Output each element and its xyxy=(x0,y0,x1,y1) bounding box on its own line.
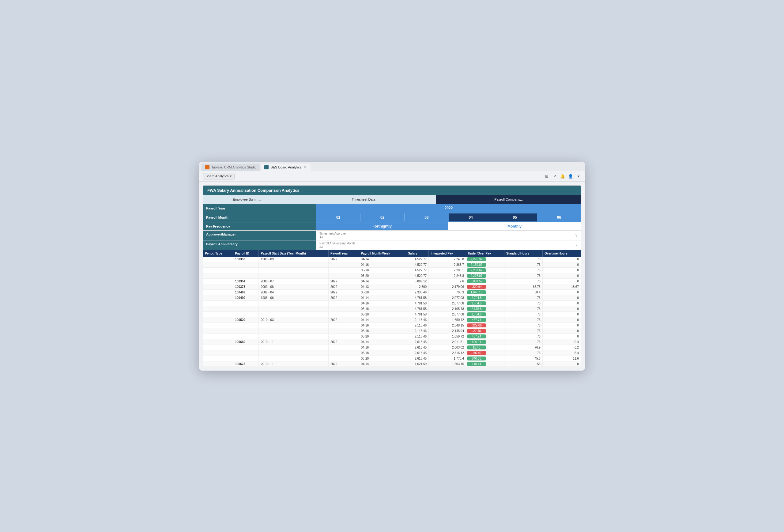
cell-ot-hours: 5.4 xyxy=(542,350,581,356)
cell-under-over: -197.67 xyxy=(466,350,504,356)
cell-std-hours: 76 xyxy=(504,273,542,278)
under-over-badge: 840.05 xyxy=(467,357,486,361)
cell-ot-hours: 0 xyxy=(542,301,581,306)
cell-month-week: 04-16 xyxy=(359,323,406,328)
month-02[interactable]: 02 xyxy=(360,214,404,221)
anniversary-value: Payroll Anniversary Month All xyxy=(316,241,572,250)
cell-start-date xyxy=(259,311,329,317)
anniversary-expand-icon[interactable]: ∨ xyxy=(572,241,581,250)
anniversary-sub-label: Payroll Anniversary Month xyxy=(319,242,569,245)
col-ot-hours: Overtime Hours xyxy=(542,250,581,257)
cell-year xyxy=(328,301,359,306)
cell-ot-hours: 0 xyxy=(542,257,581,262)
cell-interpreted: 2,245.8 xyxy=(429,273,466,278)
cell-year: 2022 xyxy=(328,361,359,367)
table-container[interactable]: Period Type Payroll ID Payroll Start Dat… xyxy=(203,250,581,367)
pay-freq-fortnightly[interactable]: Fortnightly xyxy=(316,222,448,230)
cell-std-hours: 76 xyxy=(504,323,542,328)
cell-year xyxy=(328,323,359,328)
cell-year xyxy=(328,306,359,311)
cell-interpreted: 2,245.8 xyxy=(429,257,466,262)
browser-chrome: Tableau CRM Analytics Studio SES Board A… xyxy=(199,162,585,171)
pay-freq-monthly[interactable]: Monthly xyxy=(448,222,581,230)
cell-ot-hours: 0 xyxy=(542,361,581,367)
cell-interpreted: 1,650.72 xyxy=(429,317,466,323)
cell-under-over: 2,704.5 xyxy=(466,301,504,306)
fullscreen-icon[interactable]: ⊞ xyxy=(544,173,550,179)
cell-start-date: 2010 - 11 xyxy=(259,361,329,367)
cell-salary: 4,522.77 xyxy=(406,262,429,268)
cell-std-hours: 76 xyxy=(504,306,542,311)
cell-std-hours: 66.75 xyxy=(504,284,542,289)
cell-ot-hours: 6.2 xyxy=(542,344,581,350)
cell-start-date xyxy=(259,323,329,328)
month-01[interactable]: 01 xyxy=(316,214,360,221)
crm-icon xyxy=(205,165,209,169)
cell-period-type xyxy=(203,262,233,268)
cell-std-hours: 76 xyxy=(504,268,542,273)
cell-interpreted: 2,179.06 xyxy=(429,284,466,289)
cell-period-type xyxy=(203,361,233,367)
cell-salary: 2,338.46 xyxy=(406,289,429,295)
cell-year: 2022 xyxy=(328,284,359,289)
table-row: 100499 1986 - 06 2022 04-14 4,781.58 2,0… xyxy=(203,295,581,301)
toolbar-actions: ⊞ ↗ 🔔 👤 ▾ xyxy=(544,173,581,179)
approver-row: Approver/Manager Timesheet Approver All … xyxy=(203,231,581,241)
cell-salary: 1,621.59 xyxy=(406,361,429,367)
cell-year xyxy=(328,268,359,273)
under-over-badge: 2,276.97 xyxy=(467,274,486,278)
table-row: 05-20 2,118.46 1,650.72 467.74 76 0 xyxy=(203,334,581,339)
approver-expand-icon[interactable]: ∨ xyxy=(572,231,581,240)
cell-payroll-id xyxy=(233,344,259,350)
cell-payroll-id xyxy=(233,262,259,268)
under-over-badge: 118.44 xyxy=(467,362,486,366)
table-header-row: Period Type Payroll ID Payroll Start Dat… xyxy=(203,250,581,257)
cell-salary: 2,618.45 xyxy=(406,356,429,361)
cell-ot-hours: 0 xyxy=(542,262,581,268)
cell-std-hours: 30.4 xyxy=(504,289,542,295)
cell-std-hours: 76.9 xyxy=(504,344,542,350)
cell-month-week: 05-18 xyxy=(359,350,406,356)
payroll-month-row: Payroll Month 01 02 03 04 05 06 xyxy=(203,213,581,222)
tab-crm[interactable]: Tableau CRM Analytics Studio xyxy=(201,164,260,171)
tab-ses[interactable]: SES Board Analytics ✕ xyxy=(261,164,311,171)
month-03[interactable]: 03 xyxy=(404,214,449,221)
user-icon[interactable]: 👤 xyxy=(568,173,573,179)
section-headers: Employee Summ... Timesheet Data Payroll … xyxy=(203,195,581,204)
cell-ot-hours: 0 xyxy=(542,311,581,317)
table-row: 04-16 2,118.46 2,348.15 -229.69 76 0 xyxy=(203,323,581,328)
month-04[interactable]: 04 xyxy=(449,214,493,221)
col-payroll-year: Payroll Year xyxy=(328,250,359,257)
cell-month-week: 05-20 xyxy=(359,311,406,317)
share-icon[interactable]: ↗ xyxy=(552,173,557,179)
tab-close-icon[interactable]: ✕ xyxy=(304,165,307,169)
cell-under-over: 2,276.97 xyxy=(466,257,504,262)
cell-period-type xyxy=(203,328,233,334)
month-06[interactable]: 06 xyxy=(537,214,581,221)
cell-start-date: 1986 - 06 xyxy=(259,295,329,301)
cell-under-over: 1,640.16 xyxy=(466,289,504,295)
cell-year xyxy=(328,262,359,268)
cell-interpreted: 2,105.78 xyxy=(429,306,466,311)
board-analytics-dropdown[interactable]: Board Analytics ▾ xyxy=(203,173,234,179)
cell-month-week: 05-20 xyxy=(359,273,406,278)
cell-interpreted: 2,285.1 xyxy=(429,268,466,273)
cell-under-over: 2,276.97 xyxy=(466,273,504,278)
cell-salary: 2,118.46 xyxy=(406,323,429,328)
cell-period-type xyxy=(203,350,233,356)
approver-sub-label: Timesheet Approver xyxy=(319,232,569,235)
cell-ot-hours: 18.67 xyxy=(542,284,581,289)
cell-start-date: 1980 - 09 xyxy=(259,257,329,262)
cell-payroll-id xyxy=(233,356,259,361)
cell-payroll-id: 100669 xyxy=(233,339,259,344)
menu-icon[interactable]: ▾ xyxy=(576,173,581,179)
cell-period-type xyxy=(203,334,233,339)
under-over-badge: 606.94 xyxy=(467,340,486,344)
cell-interpreted: 1,503.15 xyxy=(429,361,466,367)
month-05[interactable]: 05 xyxy=(493,214,537,221)
table-row: 05-18 4,781.58 2,105.78 2,675.8 76 0 xyxy=(203,306,581,311)
notification-icon[interactable]: 🔔 xyxy=(560,173,565,179)
cell-start-date xyxy=(259,356,329,361)
cell-salary: 2,618.45 xyxy=(406,339,429,344)
table-row: 05-20 2,618.45 1,778.4 840.05 45.6 11.6 xyxy=(203,356,581,361)
